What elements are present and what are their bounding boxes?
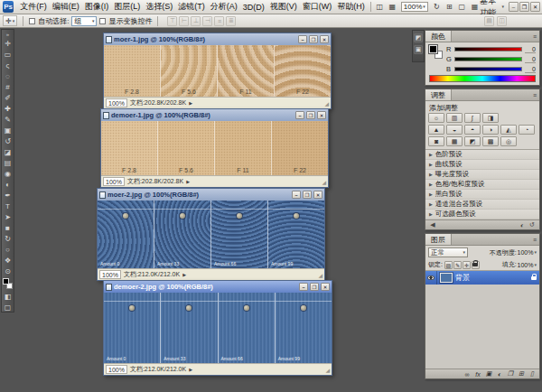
zoom-input[interactable]: 100% xyxy=(99,270,121,279)
color-spectrum-ramp[interactable] xyxy=(429,75,536,82)
menu-item-4[interactable]: 选择(S) xyxy=(143,1,175,13)
lock-all-icon[interactable] xyxy=(472,261,480,269)
channel-value-input[interactable]: 0 xyxy=(525,56,536,63)
launch-bridge-icon[interactable]: ◫ xyxy=(374,2,386,13)
gradient-map-icon[interactable]: ▩ xyxy=(482,136,499,146)
dodge-tool[interactable]: ◐ xyxy=(2,179,14,190)
menu-item-1[interactable]: 编辑(E) xyxy=(50,1,82,13)
add-layer-mask-icon[interactable]: ▣ xyxy=(485,370,492,378)
status-popup-icon[interactable]: ▶ xyxy=(189,367,192,372)
preset-group-row[interactable]: ▶通道混合器预设 xyxy=(425,200,539,210)
switch-panel-arrow-icon[interactable]: ◀ xyxy=(429,221,436,229)
preset-group-row[interactable]: ▶色阶预设 xyxy=(425,150,539,160)
zoom-level-control[interactable]: 100% ▾ xyxy=(401,2,428,12)
foreground-color-swatch[interactable] xyxy=(429,45,437,53)
color-swatches[interactable] xyxy=(3,278,13,289)
blur-tool[interactable]: ◉ xyxy=(2,168,14,179)
collapsed-panel-icon-a[interactable]: ◩ xyxy=(414,33,423,42)
channel-value-input[interactable]: 0 xyxy=(525,46,536,53)
channel-slider[interactable] xyxy=(454,57,522,61)
clip-to-layer-icon[interactable]: ◐ xyxy=(519,221,526,229)
marquee-tool[interactable]: ▭ xyxy=(2,49,14,60)
curves-icon[interactable]: ∫ xyxy=(464,113,481,123)
layer-style-icon[interactable]: fx xyxy=(474,370,481,378)
type-tool[interactable]: T xyxy=(2,201,14,211)
opacity-value[interactable]: 100% xyxy=(518,249,534,256)
new-layer-icon[interactable]: ⊞ xyxy=(518,370,525,378)
color-balance-icon[interactable]: ◓ xyxy=(464,125,481,135)
new-group-icon[interactable]: ❐ xyxy=(507,370,514,378)
expand-triangle-icon[interactable]: ▶ xyxy=(429,172,433,177)
channel-slider[interactable] xyxy=(454,47,522,51)
zoom-input[interactable]: 100% xyxy=(106,98,127,107)
close-button[interactable]: ✕ xyxy=(530,2,540,12)
minimize-button[interactable]: – xyxy=(298,35,307,43)
menu-item-5[interactable]: 滤镜(T) xyxy=(175,1,208,13)
screen-mode-icon[interactable]: ▢ xyxy=(456,2,468,13)
window-titlebar[interactable]: demoer-2.jpg @ 100%(RGB/8#)–❐✕ xyxy=(104,281,332,293)
expand-triangle-icon[interactable]: ▶ xyxy=(429,191,433,197)
opacity-control[interactable]: 不透明度: 100% ▾ xyxy=(490,248,537,257)
distribute-vertical-icon[interactable]: ≣ xyxy=(226,16,236,26)
window-titlebar[interactable]: demoer-1.jpg @ 100%(RGB/8#)–❐✕ xyxy=(101,109,328,121)
collapsed-panel-icon-b[interactable]: ▣ xyxy=(414,45,423,54)
minimize-button[interactable]: – xyxy=(295,111,304,119)
foreground-color-swatch[interactable] xyxy=(3,278,9,285)
menu-item-3[interactable]: 图层(L) xyxy=(111,1,143,13)
status-popup-icon[interactable]: ▶ xyxy=(182,272,186,277)
hand-tool[interactable]: ❖ xyxy=(2,255,14,266)
panel-menu-icon[interactable]: ≡ xyxy=(530,31,539,42)
path-selection-tool[interactable]: ➤ xyxy=(2,211,14,222)
rotate-view-icon[interactable]: ↻ xyxy=(431,2,443,13)
preset-group-row[interactable]: ▶色相/饱和度预设 xyxy=(425,180,539,190)
channel-value-input[interactable]: 0 xyxy=(525,66,536,73)
black-white-icon[interactable]: ◑ xyxy=(482,125,499,135)
layer-thumbnail[interactable] xyxy=(440,273,453,283)
align-left-edges-icon[interactable]: ⊣ xyxy=(202,16,212,26)
zoom-input[interactable]: 100% xyxy=(106,365,127,374)
view-extras-icon[interactable]: ▦ xyxy=(387,2,398,13)
auto-select-checkbox[interactable] xyxy=(29,18,35,24)
shape-tool[interactable]: ■ xyxy=(2,222,14,233)
window-titlebar[interactable]: moer-1.jpg @ 100%(RGB/8#)–❐✕ xyxy=(104,33,331,45)
quick-selection-tool[interactable]: ◌ xyxy=(2,70,14,81)
maximize-button[interactable]: ❐ xyxy=(310,283,319,291)
channel-slider[interactable] xyxy=(454,67,522,71)
menu-item-10[interactable]: 帮助(H) xyxy=(334,1,368,13)
close-button[interactable]: ✕ xyxy=(320,35,329,43)
resize-grip-icon[interactable]: ◢ xyxy=(318,272,322,278)
tab-color[interactable]: 颜色 xyxy=(425,31,452,42)
3d-rotate-tool[interactable]: ↻ xyxy=(2,233,14,244)
threshold-icon[interactable]: ◩ xyxy=(464,136,481,146)
panel-menu-icon[interactable]: ≡ xyxy=(530,234,539,245)
maximize-button[interactable]: ❐ xyxy=(303,191,312,199)
auto-select-mode-select[interactable]: 组 ▾ xyxy=(71,16,97,26)
align-bottom-edges-icon[interactable]: ⊥ xyxy=(191,16,201,26)
preset-group-row[interactable]: ▶可选颜色预设 xyxy=(425,210,539,219)
zoom-input[interactable]: 100% xyxy=(103,177,125,186)
foreground-background-swatches[interactable] xyxy=(429,45,443,59)
fill-value[interactable]: 100% xyxy=(518,262,534,268)
options-extra-icon[interactable]: ◫ xyxy=(497,16,507,26)
pen-tool[interactable]: ✒ xyxy=(2,190,14,201)
tool-preset-picker[interactable]: ✛ ▾ xyxy=(3,15,17,26)
screen-mode-cycle-icon[interactable]: ▢ xyxy=(2,302,14,313)
hue-saturation-icon[interactable]: ◒ xyxy=(446,125,463,135)
crop-tool[interactable]: # xyxy=(2,81,14,92)
arrange-documents-icon[interactable]: ⊞ xyxy=(444,2,455,13)
selective-color-icon[interactable]: ◎ xyxy=(500,136,517,146)
distribute-horizontal-icon[interactable]: ≡ xyxy=(214,16,224,26)
photoshop-logo[interactable]: Ps xyxy=(3,1,14,13)
eyedropper-tool[interactable]: ✐ xyxy=(2,92,14,103)
layer-row-background[interactable]: 背景 xyxy=(425,271,539,285)
expand-triangle-icon[interactable]: ▶ xyxy=(429,162,433,167)
close-button[interactable]: ✕ xyxy=(313,191,322,199)
close-button[interactable]: ✕ xyxy=(321,283,330,291)
invert-icon[interactable]: ◙ xyxy=(428,136,444,146)
move-tool[interactable]: ✛ xyxy=(2,38,14,49)
brush-tool[interactable]: ✎ xyxy=(2,114,14,125)
expand-triangle-icon[interactable]: ▶ xyxy=(429,152,433,157)
tab-layers[interactable]: 图层 xyxy=(425,234,452,245)
lasso-tool[interactable]: ς xyxy=(2,60,14,70)
healing-brush-tool[interactable]: ✚ xyxy=(2,103,14,114)
